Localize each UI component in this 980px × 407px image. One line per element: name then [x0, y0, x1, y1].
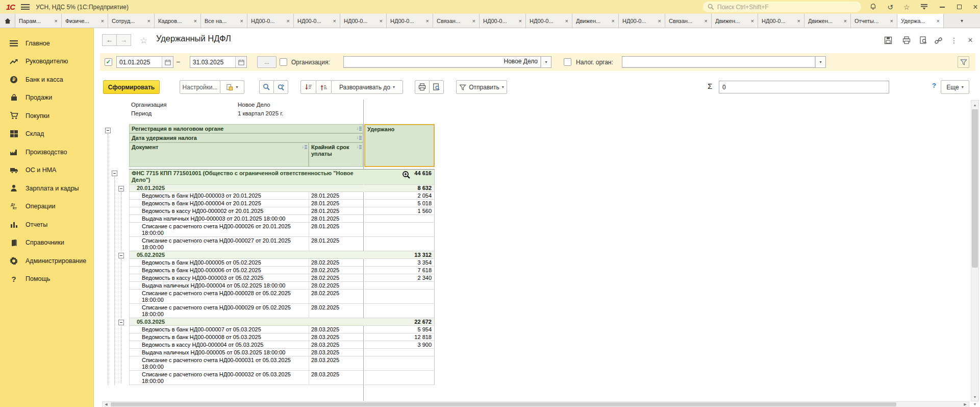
scroll-corner[interactable]: ▼ [971, 401, 979, 407]
expand-groups-button[interactable] [316, 80, 332, 94]
print-preview-button[interactable] [429, 80, 444, 94]
tab-9[interactable]: НД00-0...× [387, 14, 433, 28]
restore-button[interactable] [953, 2, 965, 12]
tab-8[interactable]: НД00-0...× [340, 14, 387, 28]
report-row-doc[interactable]: Ведомость в кассу НД00-000002 от 20.01.2… [129, 207, 435, 215]
tab-2[interactable]: Физиче...× [62, 14, 108, 28]
tab-close-icon[interactable]: × [797, 18, 800, 24]
vertical-scrollbar[interactable]: ▲ ▼ [971, 100, 979, 401]
sidebar-item-pomosch[interactable]: ?Помощь [0, 270, 93, 289]
generate-button[interactable]: Сформировать [103, 80, 160, 94]
header-deadline[interactable]: Крайний срок уплаты ↓ [309, 142, 363, 167]
tab-close-icon[interactable]: × [55, 18, 58, 24]
tab-close-icon[interactable]: × [751, 18, 754, 24]
header-withheld-selected-cell[interactable]: Удержано [364, 124, 435, 167]
report-row-doc[interactable]: Выдача наличных НД00-000004 от 05.02.202… [129, 282, 435, 290]
org-checkbox[interactable] [280, 58, 287, 66]
sidebar-item-bank-i-kassa[interactable]: ₽Банк и касса [0, 70, 93, 89]
settings-button[interactable]: Настройки... [180, 80, 220, 94]
sort-icon[interactable]: ↓ [357, 135, 362, 140]
report-row-doc[interactable]: Выдача наличных НД00-000003 от 20.01.202… [129, 215, 435, 223]
group-expander[interactable] [118, 253, 124, 258]
tab-close-icon[interactable]: × [844, 18, 847, 24]
sidebar-item-glavnoe[interactable]: Главное [0, 34, 93, 53]
save-icon[interactable] [882, 35, 894, 45]
chevron-down-icon[interactable]: ▾ [815, 57, 825, 67]
group-expander[interactable] [118, 186, 124, 191]
report-row-doc[interactable]: Ведомость в банк НД00-000005 от 05.02.20… [129, 259, 435, 267]
report-row-doc[interactable]: Списание с расчетного счета НД00-000026 … [129, 223, 435, 237]
org-combobox[interactable]: Новое Дело ▾ [343, 56, 551, 68]
tab-11[interactable]: НД00-0...× [480, 14, 526, 28]
header-registration[interactable]: Регистрация в налоговом органе ↓ [129, 124, 363, 133]
tab-4[interactable]: Кадров...× [155, 14, 201, 28]
close-window-button[interactable]: × [970, 2, 980, 12]
tab-12[interactable]: НД00-0...× [526, 14, 572, 28]
report-row-doc[interactable]: Списание с расчетного счета НД00-000031 … [129, 356, 435, 371]
tab-20[interactable]: Удержа...× [897, 14, 944, 28]
tab-close-icon[interactable]: × [937, 18, 940, 24]
tab-3[interactable]: Сотруд...× [108, 14, 155, 28]
period-more-button[interactable]: ... [257, 56, 277, 68]
sidebar-item-zarplata-i-kadry[interactable]: Зарплата и кадры [0, 179, 93, 198]
sidebar-item-rukovoditelyu[interactable]: Руководителю [0, 53, 93, 71]
report-row-doc[interactable]: Ведомость в банк НД00-000003 от 20.01.20… [129, 192, 435, 200]
favorite-star-icon[interactable]: ☆ [140, 35, 147, 46]
search-input[interactable] [717, 4, 845, 11]
sort-icon[interactable]: ↓ [357, 145, 362, 149]
date-to-input[interactable] [190, 57, 235, 67]
tab-close-icon[interactable]: × [472, 18, 475, 24]
report-row-doc[interactable]: Ведомость в банк НД00-000004 от 20.01.20… [129, 200, 435, 207]
tab-close-icon[interactable]: × [194, 18, 197, 24]
calendar-icon[interactable] [235, 57, 246, 67]
tab-close-icon[interactable]: × [519, 18, 522, 24]
find-button[interactable] [259, 80, 274, 94]
date-from-field[interactable] [116, 56, 173, 68]
tab-19[interactable]: Отчеты...× [851, 14, 897, 28]
forward-button[interactable]: → [116, 34, 131, 46]
tab-close-icon[interactable]: × [240, 18, 243, 24]
tab-close-icon[interactable]: × [426, 18, 429, 24]
scroll-down-arrow[interactable]: ▼ [971, 393, 978, 401]
link-icon[interactable] [932, 35, 944, 45]
tab-14[interactable]: НД00-0...× [619, 14, 665, 28]
chevron-down-icon[interactable]: ▾ [541, 57, 551, 67]
minimize-button[interactable] [937, 2, 948, 12]
tab-close-icon[interactable]: × [705, 18, 708, 24]
tab-close-icon[interactable]: × [565, 18, 568, 24]
tab-7[interactable]: НД00-0...× [294, 14, 340, 28]
report-row-doc[interactable]: Списание с расчетного счета НД00-000028 … [129, 290, 435, 304]
history-icon[interactable]: ↺ [885, 2, 896, 12]
sort-icon[interactable]: ↓ [357, 126, 362, 131]
notifications-bell-icon[interactable] [867, 2, 878, 12]
group-expander[interactable] [112, 171, 117, 176]
report-row-org[interactable]: ФНС 7715 КПП 771501001 (Общество с огран… [129, 169, 435, 184]
tab-close-icon[interactable]: × [287, 18, 290, 24]
favorites-star-icon[interactable]: ☆ [901, 2, 912, 12]
report-row-doc[interactable]: Выдача наличных НД00-000005 от 05.03.202… [129, 349, 435, 356]
tab-overflow-button[interactable]: ▾ [944, 14, 980, 28]
tab-close-icon[interactable]: × [147, 18, 150, 24]
tab-close-icon[interactable]: × [612, 18, 615, 24]
preview-icon[interactable] [917, 35, 929, 45]
tab-close-icon[interactable]: × [101, 18, 104, 24]
report-row-doc[interactable]: Списание с расчетного счета НД00-000027 … [129, 237, 435, 251]
report-row-doc[interactable]: Списание с расчетного счета НД00-000032 … [129, 371, 435, 385]
sidebar-item-spravochniki[interactable]: Справочники [0, 234, 93, 252]
scroll-up-arrow[interactable]: ▲ [971, 101, 978, 109]
back-button[interactable]: ← [102, 34, 117, 46]
print-icon[interactable] [900, 35, 913, 45]
tax-checkbox[interactable] [564, 58, 571, 66]
tax-combobox[interactable]: ▾ [622, 56, 826, 68]
more-menu-icon[interactable]: ⋮ [948, 35, 960, 45]
close-form-button[interactable]: × [964, 35, 976, 45]
tab-16[interactable]: Движен...× [712, 14, 758, 28]
scroll-left-arrow[interactable]: ◀ [103, 400, 110, 407]
print-button[interactable] [415, 80, 430, 94]
report-row-doc[interactable]: Ведомость в банк НД00-000008 от 05.03.20… [129, 333, 435, 341]
report-row-date[interactable]: 05.02.202513 312 [129, 251, 435, 259]
report-row-doc[interactable]: Ведомость в банк НД00-000007 от 05.03.20… [129, 326, 435, 333]
tab-close-icon[interactable]: × [658, 18, 661, 24]
horizontal-scrollbar[interactable]: ◀ ▶ [102, 401, 969, 407]
tab-close-icon[interactable]: × [333, 18, 336, 24]
